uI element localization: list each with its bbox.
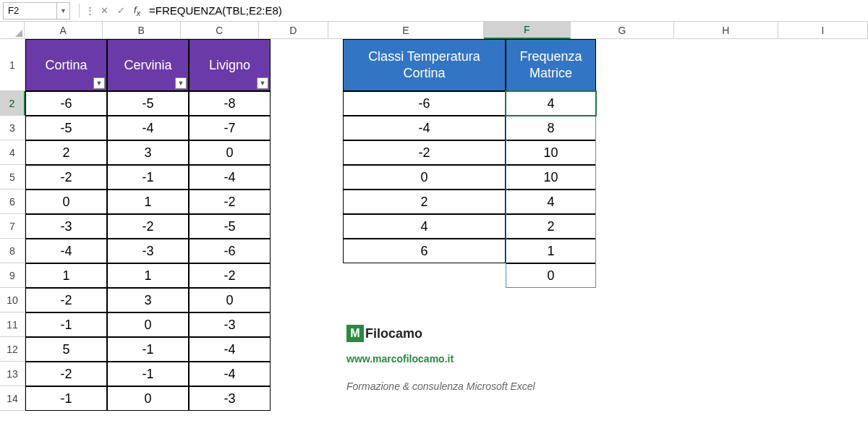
table-cell[interactable]: -1 (107, 337, 189, 362)
select-all-corner[interactable] (0, 22, 25, 39)
table-cell[interactable]: -1 (25, 386, 107, 411)
table-cell[interactable]: -8 (189, 91, 271, 116)
header-label: Cervinia (124, 58, 171, 73)
table-cell[interactable]: -2 (189, 263, 271, 288)
table-cell[interactable]: 3 (107, 288, 189, 312)
row-header-1[interactable]: 1 (0, 39, 25, 91)
table-cell[interactable]: 0 (189, 140, 271, 165)
table-cell[interactable]: 2 (343, 190, 506, 214)
formula-bar: ▼ ⋮ ✕ ✓ fx (0, 0, 868, 22)
header-classi-temperatura[interactable]: Classi Temperatura Cortina (343, 39, 506, 91)
table-cell[interactable]: -1 (107, 165, 189, 190)
formula-menu-icon[interactable]: ⋮ (84, 5, 96, 16)
table-cell[interactable]: 0 (189, 288, 271, 312)
table-cell[interactable]: 2 (25, 140, 107, 165)
row-header-13[interactable]: 13 (0, 362, 25, 386)
filter-dropdown-icon[interactable]: ▼ (175, 77, 187, 89)
table-cell[interactable]: -4 (343, 116, 506, 140)
confirm-icon[interactable]: ✓ (113, 5, 129, 16)
table-cell[interactable]: 0 (107, 312, 189, 337)
table-cell[interactable]: -2 (25, 288, 107, 312)
table-cell[interactable]: -6 (189, 239, 271, 263)
row-header-5[interactable]: 5 (0, 165, 25, 190)
table-cell[interactable]: -5 (189, 214, 271, 239)
table-cell[interactable]: 1 (25, 263, 107, 288)
table-cell[interactable]: -4 (189, 165, 271, 190)
table-cell[interactable]: -6 (25, 91, 107, 116)
spreadsheet-grid: A B C D E F G H I 1 2 3 4 5 6 7 8 9 10 1… (0, 22, 868, 411)
table-cell[interactable]: -2 (25, 165, 107, 190)
table-cell[interactable]: 1 (107, 263, 189, 288)
col-header-G[interactable]: G (571, 22, 675, 39)
header-cortina[interactable]: Cortina ▼ (25, 39, 107, 91)
table-cell[interactable]: -4 (107, 116, 189, 140)
table-cell[interactable]: -5 (107, 91, 189, 116)
row-header-9[interactable]: 9 (0, 263, 25, 288)
table-cell[interactable]: -4 (189, 362, 271, 386)
table-cell[interactable]: -1 (107, 362, 189, 386)
formula-input[interactable] (145, 2, 865, 20)
table-cell[interactable]: 10 (506, 165, 596, 190)
table-cell[interactable]: -3 (189, 312, 271, 337)
table-cell[interactable]: 2 (506, 214, 596, 239)
col-header-A[interactable]: A (25, 22, 103, 39)
table-cell[interactable]: 4 (343, 214, 506, 239)
col-header-H[interactable]: H (674, 22, 778, 39)
table-cell[interactable]: 10 (506, 140, 596, 165)
table-cell[interactable]: -3 (25, 214, 107, 239)
header-cervinia[interactable]: Cervinia ▼ (107, 39, 189, 91)
header-label: Livigno (209, 58, 250, 73)
col-header-B[interactable]: B (103, 22, 181, 39)
fx-icon[interactable]: fx (129, 4, 145, 17)
table-cell[interactable]: 5 (25, 337, 107, 362)
brand-logo-icon: M (346, 325, 364, 342)
row-header-7[interactable]: 7 (0, 214, 25, 239)
table-cell[interactable]: -7 (189, 116, 271, 140)
row-header-12[interactable]: 12 (0, 337, 25, 362)
table-cell[interactable]: 6 (343, 239, 506, 263)
row-header-11[interactable]: 11 (0, 312, 25, 337)
row-header-8[interactable]: 8 (0, 239, 25, 263)
table-cell[interactable]: -4 (25, 239, 107, 263)
col-header-I[interactable]: I (778, 22, 868, 39)
table-cell[interactable]: 0 (25, 190, 107, 214)
header-livigno[interactable]: Livigno ▼ (189, 39, 271, 91)
table-cell[interactable]: -3 (107, 239, 189, 263)
table-cell[interactable]: 3 (107, 140, 189, 165)
row-header-14[interactable]: 14 (0, 386, 25, 411)
filter-dropdown-icon[interactable]: ▼ (257, 77, 268, 89)
col-header-F[interactable]: F (484, 22, 571, 39)
cell-area[interactable]: Cortina ▼ Cervinia ▼ Livigno ▼ Classi Te… (25, 39, 868, 411)
table-cell[interactable]: 0 (343, 165, 506, 190)
table-cell[interactable]: 1 (107, 190, 189, 214)
table-cell[interactable]: -3 (189, 386, 271, 411)
table-cell[interactable]: -2 (189, 190, 271, 214)
name-box-dropdown[interactable]: ▼ (57, 2, 70, 20)
table-cell[interactable]: -1 (25, 312, 107, 337)
col-header-E[interactable]: E (328, 22, 484, 39)
table-cell[interactable]: 0 (107, 386, 189, 411)
row-header-6[interactable]: 6 (0, 190, 25, 214)
name-box[interactable] (3, 2, 57, 20)
row-header-4[interactable]: 4 (0, 140, 25, 165)
table-cell[interactable]: 4 (506, 190, 596, 214)
table-cell[interactable]: 0 (506, 263, 596, 288)
table-cell[interactable]: 8 (506, 116, 596, 140)
table-cell[interactable]: -5 (25, 116, 107, 140)
table-cell[interactable]: 1 (506, 239, 596, 263)
table-cell[interactable]: -2 (25, 362, 107, 386)
cancel-icon[interactable]: ✕ (96, 5, 113, 16)
col-header-C[interactable]: C (181, 22, 259, 39)
table-cell[interactable]: -4 (189, 337, 271, 362)
filter-dropdown-icon[interactable]: ▼ (93, 77, 105, 89)
table-cell[interactable]: -2 (343, 140, 506, 165)
active-cell[interactable]: 4 (506, 91, 596, 116)
brand-url: www.marcofilocamo.it (346, 353, 454, 365)
row-header-10[interactable]: 10 (0, 288, 25, 312)
row-header-3[interactable]: 3 (0, 116, 25, 140)
table-cell[interactable]: -6 (343, 91, 506, 116)
row-header-2[interactable]: 2 (0, 91, 25, 116)
header-frequenza-matrice[interactable]: Frequenza Matrice (506, 39, 596, 91)
table-cell[interactable]: -2 (107, 214, 189, 239)
col-header-D[interactable]: D (259, 22, 328, 39)
